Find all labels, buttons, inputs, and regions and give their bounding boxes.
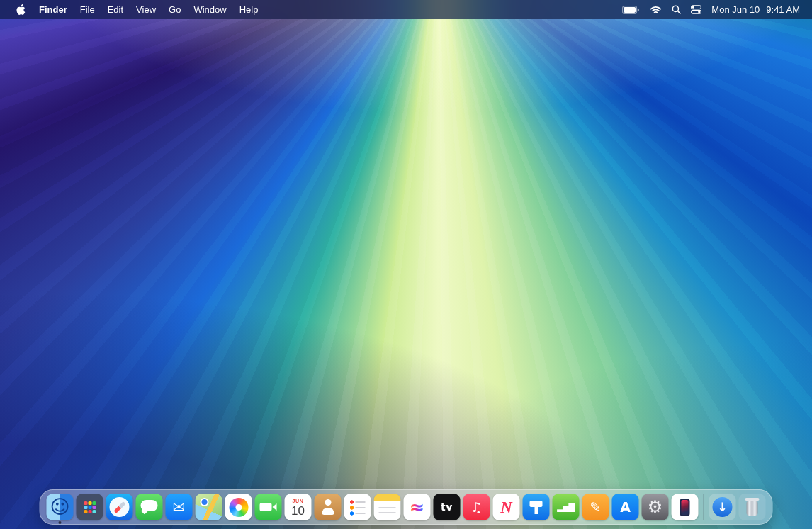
music-glyph: ♫ [470, 501, 483, 514]
menu-bar-time: 9:41 AM [766, 4, 800, 15]
mail-glyph: ✉ [173, 500, 186, 515]
menu-bar-date: Mon Jun 10 [711, 4, 760, 15]
appstore-glyph: A [620, 501, 631, 514]
dock-icon-settings[interactable]: ⚙ [642, 494, 669, 520]
finder-glyph: ☺ [50, 497, 69, 516]
dock-icon-facetime[interactable] [255, 494, 282, 520]
news-glyph: N [500, 499, 512, 516]
dock-icon-finder[interactable]: ☺ [47, 494, 74, 520]
control-center-icon[interactable] [686, 0, 706, 19]
menu-edit[interactable]: Edit [101, 0, 130, 19]
calendar-day: 10 [291, 504, 305, 518]
menu-window[interactable]: Window [187, 0, 232, 19]
dock-icon-launchpad[interactable] [77, 494, 103, 520]
dock-icon-appstore[interactable]: A [612, 494, 639, 520]
tv-glyph: tv [441, 502, 453, 512]
menu-help[interactable]: Help [233, 0, 265, 19]
settings-glyph: ⚙ [648, 499, 663, 516]
freeform-glyph: ≈ [410, 498, 425, 516]
dock-icon-messages[interactable] [136, 494, 163, 520]
dock-icon-downloads[interactable]: ↓ [709, 494, 736, 520]
battery-icon[interactable] [617, 0, 645, 19]
dock-icon-notes[interactable] [374, 494, 401, 520]
menu-view[interactable]: View [130, 0, 162, 19]
running-indicator [59, 521, 62, 524]
dock-right: ↓ [709, 494, 766, 520]
menu-bar-left: Finder File Edit View Go Window Help [0, 0, 264, 19]
dock-icon-numbers[interactable]: ▂▅▇ [553, 494, 580, 520]
menu-bar: Finder File Edit View Go Window Help [0, 0, 812, 19]
dock-icon-tv[interactable]: tv [434, 494, 461, 520]
menu-bar-clock[interactable]: Mon Jun 10 9:41 AM [706, 0, 805, 19]
downloads-glyph: ↓ [717, 501, 727, 513]
screen: Finder File Edit View Go Window Help [0, 0, 812, 529]
dock-icon-news[interactable]: N [493, 494, 520, 520]
dock-icon-calendar[interactable]: JUN10 [285, 494, 312, 520]
spotlight-icon[interactable] [667, 0, 686, 19]
menu-bar-right: Mon Jun 10 9:41 AM [617, 0, 812, 19]
dock-apps: ☺✉JUN10≈tv♫N▂▅▇✎A⚙ [47, 494, 699, 520]
apple-logo-icon [16, 4, 26, 16]
dock-icon-keynote[interactable] [523, 494, 550, 520]
dock-icon-safari[interactable] [106, 494, 133, 520]
dock-icon-mail[interactable]: ✉ [166, 494, 193, 520]
dock-icon-freeform[interactable]: ≈ [404, 494, 431, 520]
dock: ☺✉JUN10≈tv♫N▂▅▇✎A⚙ ↓ [40, 489, 773, 525]
dock-separator [704, 494, 704, 520]
numbers-glyph: ▂▅▇ [557, 503, 575, 511]
menu-file[interactable]: File [74, 0, 101, 19]
calendar-month: JUN [293, 499, 304, 503]
desktop-wallpaper[interactable] [0, 0, 812, 529]
menu-app-finder[interactable]: Finder [33, 0, 74, 19]
pages-glyph: ✎ [590, 501, 602, 514]
dock-icon-iphone-mirroring[interactable] [672, 494, 699, 520]
dock-icon-maps[interactable] [196, 494, 222, 520]
apple-menu[interactable] [9, 0, 33, 19]
wifi-icon[interactable] [645, 0, 667, 19]
dock-icon-contacts[interactable] [315, 494, 342, 520]
dock-icon-photos[interactable] [225, 494, 252, 520]
menu-go[interactable]: Go [162, 0, 187, 19]
dock-icon-trash[interactable] [739, 494, 766, 520]
dock-icon-reminders[interactable] [344, 494, 371, 520]
dock-icon-music[interactable]: ♫ [463, 494, 490, 520]
dock-icon-pages[interactable]: ✎ [582, 494, 609, 520]
